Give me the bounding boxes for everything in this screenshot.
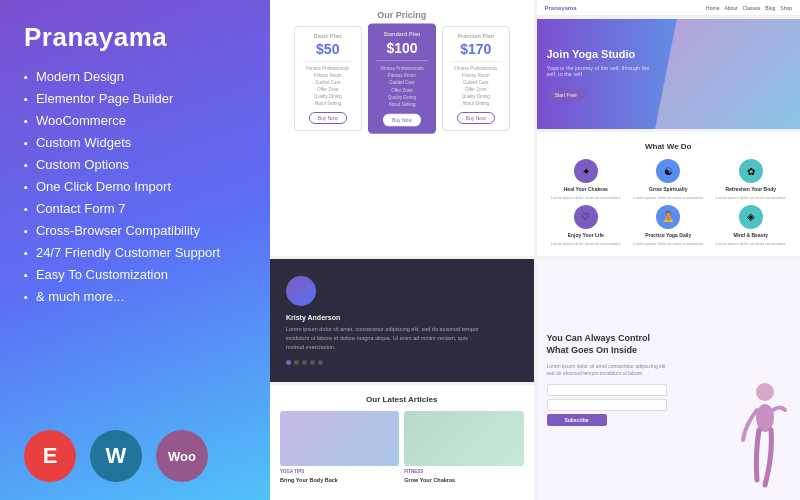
what-item-4: ♡ Enjoy Your Life Lorem ipsum dolor sit … [547,205,626,247]
dot-2 [294,360,299,365]
what-icon-2: ☯ [656,159,680,183]
feature-item: Custom Widgets [24,135,246,150]
hero-image [655,19,800,129]
nav-bar: Pranayama Home About Classes Blog Shop [537,0,801,16]
feature-item: & much more... [24,289,246,304]
icons-row: E W Woo [24,430,246,482]
cta-desc: Lorem ipsum dolor sit amet consectetur a… [547,363,667,378]
article-image-1 [280,411,399,466]
what-item-1: ✦ Heal Your Chakras Lorem ipsum dolor si… [547,159,626,201]
hero-title: Join Yoga Studio [547,47,657,61]
feature-item: Modern Design [24,69,246,84]
article-1: Yoga Tips Bring Your Body Back [280,411,399,484]
hero-section: Join Yoga Studio Yoga is the journey of … [537,19,801,129]
what-we-do-title: What We Do [547,142,791,151]
nav-logo: Pranayama [545,5,577,11]
subscribe-button[interactable]: Subscribe [547,414,607,426]
testimonial-dots [286,360,518,365]
theme-title: Pranayama [24,22,246,53]
what-icon-5: 🧘 [656,205,680,229]
elementor-icon: E [24,430,76,482]
nav-items: Home About Classes Blog Shop [706,5,792,11]
what-icon-1: ✦ [574,159,598,183]
what-we-do-grid: ✦ Heal Your Chakras Lorem ipsum dolor si… [547,159,791,246]
dot-1 [286,360,291,365]
what-item-3: ✿ Refreshen Your Body Lorem ipsum dolor … [712,159,791,201]
dot-3 [302,360,307,365]
testimonial-name: Kristy Anderson [286,314,518,321]
feature-item: Cross-Browser Compatibility [24,223,246,238]
price-btn-premium[interactable]: Buy Now [457,112,495,124]
testimonial-section: Kristy Anderson Lorem ipsum dolor sit am… [270,259,534,382]
wordpress-icon: W [90,430,142,482]
svg-point-0 [756,383,774,401]
right-panel: Our Pricing Basic Plan $50 Fitness Profe… [270,0,800,500]
feature-item: One Click Demo Import [24,179,246,194]
secondary-field[interactable] [547,399,667,411]
feature-item: 24/7 Friendly Customer Support [24,245,246,260]
what-we-do-section: What We Do ✦ Heal Your Chakras Lorem ips… [537,132,801,256]
testimonial-avatar [286,276,316,306]
top-right-stack: Pranayama Home About Classes Blog Shop J… [537,0,801,256]
cta-section: You Can Always Control What Goes On Insi… [537,259,801,500]
articles-title: Our Latest Articles [280,395,524,404]
what-icon-4: ♡ [574,205,598,229]
features-list: Modern DesignElementor Page BuilderWooCo… [24,69,246,304]
feature-item: WooCommerce [24,113,246,128]
feature-item: Easy To Customization [24,267,246,282]
what-item-2: ☯ Grow Spiritually Lorem ipsum dolor sit… [629,159,708,201]
dot-5 [318,360,323,365]
what-icon-6: ◈ [739,205,763,229]
hero-content: Join Yoga Studio Yoga is the journey of … [547,47,657,101]
price-btn-standard[interactable]: Buy Now [383,114,421,127]
price-col-standard: Standard Plan $100 Fitness Professionals… [368,23,436,133]
article-image-2 [404,411,523,466]
what-item-6: ◈ Mind & Beauty Lorem ipsum dolor sit am… [712,205,791,247]
articles-grid: Yoga Tips Bring Your Body Back Fitness G… [280,411,524,484]
price-col-basic: Basic Plan $50 Fitness Professionals Fit… [294,26,362,131]
article-2: Fitness Grow Your Chakras [404,411,523,484]
pricing-preview: Our Pricing Basic Plan $50 Fitness Profe… [270,0,534,256]
price-btn-basic[interactable]: Buy Now [309,112,347,124]
what-item-5: 🧘 Practice Yoga Daily Lorem ipsum dolor … [629,205,708,247]
pricing-columns: Basic Plan $50 Fitness Professionals Fit… [294,26,510,131]
dot-4 [310,360,315,365]
yoga-person-image [735,380,795,500]
feature-item: Elementor Page Builder [24,91,246,106]
hero-subtitle: Yoga is the journey of the self, through… [547,65,657,77]
woocommerce-icon: Woo [156,430,208,482]
feature-item: Contact Form 7 [24,201,246,216]
left-panel: Pranayama Modern DesignElementor Page Bu… [0,0,270,500]
feature-item: Custom Options [24,157,246,172]
cta-title: You Can Always Control What Goes On Insi… [547,333,667,356]
pricing-title: Our Pricing [377,10,426,20]
testimonial-text: Lorem ipsum dolor sit amet, consectetur … [286,325,486,351]
hero-cta-button[interactable]: Start Free [547,89,585,101]
email-field[interactable] [547,384,667,396]
bottom-left-stack: Kristy Anderson Lorem ipsum dolor sit am… [270,259,534,500]
price-col-premium: Premium Plan $170 Fitness Professionals … [442,26,510,131]
what-icon-3: ✿ [739,159,763,183]
articles-section: Our Latest Articles Yoga Tips Bring Your… [270,385,534,500]
